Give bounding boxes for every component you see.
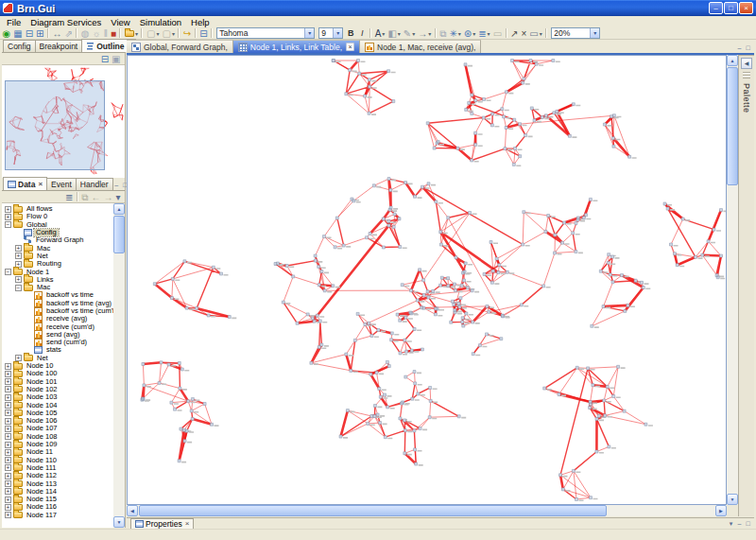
scrollbar-thumb[interactable] [113, 216, 125, 253]
arrow-style-icon[interactable]: →▾ [417, 27, 433, 39]
maximize-button[interactable]: □ [744, 519, 752, 529]
font-size-combo[interactable]: 9▾ [318, 27, 343, 39]
expander-icon[interactable]: + [15, 253, 22, 259]
font-color-icon[interactable]: A▾ [373, 27, 387, 39]
menu-simulation[interactable]: Simulation [135, 17, 186, 27]
stop-icon[interactable]: ■ [109, 27, 117, 39]
data-tab-handler[interactable]: Handler [76, 178, 113, 190]
minimize-button[interactable]: – [735, 519, 744, 529]
zoom-pointer-icon[interactable]: ↗ [509, 27, 520, 39]
overview-settings-icon[interactable]: ▣ [111, 53, 122, 64]
close-icon[interactable]: × [38, 181, 43, 188]
bold-button[interactable]: B [345, 28, 356, 38]
maximize-button[interactable]: □ [744, 44, 752, 53]
expander-icon[interactable]: + [5, 512, 11, 518]
expander-icon[interactable]: + [5, 480, 11, 487]
tree-item-forward-graph[interactable]: Forward Graph [2, 236, 125, 244]
scroll-up-icon[interactable]: ▲ [727, 55, 738, 66]
tree-item-node-105[interactable]: +Node 105 [2, 409, 125, 417]
fill-color-icon[interactable]: ◧▾ [387, 27, 402, 39]
dropdown-arrow-icon[interactable]: ▾ [333, 28, 342, 38]
data-table-icon[interactable]: ▦ [12, 27, 24, 39]
minimize-button[interactable]: – [112, 181, 121, 190]
collapse-all-icon[interactable]: ≣ [63, 191, 74, 202]
view-menu-icon[interactable]: ▾ [114, 191, 122, 202]
palette-flyout[interactable]: ◀ Palette [738, 55, 754, 516]
tree-item-node-110[interactable]: +Node 110 [2, 457, 125, 464]
flat-layout-icon[interactable]: ⊟ [24, 27, 34, 39]
tree-item-node-104[interactable]: +Node 104 [2, 401, 125, 409]
palette-expand-icon[interactable]: ◀ [741, 58, 752, 69]
tree-item-routing[interactable]: +Routing [2, 260, 125, 268]
menu-file[interactable]: File [2, 17, 26, 27]
tree-item-mac[interactable]: +Mac [2, 244, 125, 252]
navigate-icon[interactable]: ↪ [181, 27, 192, 39]
reroute-icon[interactable]: ⇗ [63, 27, 74, 39]
new-table-icon[interactable]: ▢▾ [161, 27, 176, 39]
expander-icon[interactable]: + [5, 464, 11, 471]
menu-diagram-services[interactable]: Diagram Services [26, 17, 106, 27]
open-folder-icon[interactable]: ▾ [123, 27, 139, 39]
compartment-icon[interactable]: ▭ [491, 27, 503, 39]
tree-item-node-101[interactable]: +Node 101 [2, 378, 125, 386]
tree-item-node-113[interactable]: +Node 113 [2, 479, 125, 487]
expander-icon[interactable]: + [5, 402, 11, 409]
tree-item-global[interactable]: −Global [2, 221, 125, 229]
properties-tab[interactable]: Properties × [130, 518, 194, 530]
connect-icon[interactable]: ◉ [1, 27, 12, 39]
data-tab-event[interactable]: Event [46, 178, 77, 190]
close-button[interactable]: × [739, 2, 753, 14]
minimize-button[interactable]: – [735, 44, 744, 53]
expander-icon[interactable]: + [5, 488, 11, 495]
scroll-right-icon[interactable]: ▶ [715, 505, 727, 516]
back-icon[interactable]: ← [90, 191, 102, 202]
outline-viewport-rect[interactable] [5, 80, 105, 170]
dropdown-arrow-icon[interactable]: ▾ [304, 28, 314, 38]
scrollbar-thumb[interactable] [727, 67, 738, 185]
title-bar[interactable]: Brn.Gui –□× [0, 0, 756, 16]
fit-width-icon[interactable]: ↔ [51, 27, 63, 39]
tree-item-node-106[interactable]: +Node 106 [2, 417, 125, 425]
tree-item-all-flows[interactable]: +All flows [2, 205, 125, 213]
close-icon[interactable]: × [346, 43, 354, 51]
scroll-down-icon[interactable]: ▼ [727, 494, 738, 505]
tree-item-send-cum-d[interactable]: send (cum'd) [2, 339, 125, 346]
marquee-zoom-icon[interactable]: × [520, 27, 528, 39]
expander-icon[interactable]: + [5, 426, 11, 432]
outline-tab-config[interactable]: Config [3, 40, 36, 52]
expander-icon[interactable]: + [5, 449, 11, 456]
expander-icon[interactable]: + [15, 245, 22, 252]
tree-item-stats[interactable]: stats [2, 346, 125, 354]
expander-icon[interactable]: − [5, 221, 11, 228]
expander-icon[interactable]: + [5, 394, 11, 401]
tree-item-node-102[interactable]: +Node 102 [2, 386, 125, 393]
tree-item-node-11[interactable]: +Node 11 [2, 448, 125, 456]
close-icon[interactable]: × [185, 520, 190, 528]
menu-help[interactable]: Help [186, 17, 215, 27]
expander-icon[interactable]: + [5, 214, 11, 220]
tree-item-node-107[interactable]: +Node 107 [2, 425, 125, 432]
tree-item-node-112[interactable]: +Node 112 [2, 472, 125, 479]
expander-icon[interactable]: + [5, 409, 11, 416]
expander-icon[interactable]: + [15, 276, 22, 283]
tree-item-node-108[interactable]: +Node 108 [2, 433, 125, 441]
expander-icon[interactable]: + [5, 457, 11, 463]
font-name-combo[interactable]: Tahoma▾ [216, 27, 315, 39]
expander-icon[interactable]: + [5, 504, 11, 511]
tree-item-node-114[interactable]: +Node 114 [2, 488, 125, 496]
tree-item-node-117[interactable]: +Node 117 [2, 512, 125, 519]
expander-icon[interactable]: + [5, 442, 11, 448]
forward-icon[interactable]: → [102, 191, 114, 202]
minimize-button[interactable]: – [709, 2, 723, 14]
tree-item-node-10[interactable]: +Node 10 [2, 362, 125, 370]
outline-tab-breakpoint[interactable]: Breakpoint [35, 40, 83, 52]
canvas-horizontal-scrollbar[interactable]: ◀ ▶ [127, 505, 727, 516]
line-color-icon[interactable]: ✎▾ [402, 27, 416, 39]
expander-icon[interactable]: + [5, 418, 11, 425]
network-graph[interactable] [128, 56, 726, 504]
tree-item-node-100[interactable]: +Node 100 [2, 370, 125, 377]
menu-view[interactable]: View [106, 17, 134, 27]
tree-item-net[interactable]: +Net [2, 253, 125, 260]
router-icon[interactable]: ⊛▾ [462, 27, 476, 39]
editor-tab-node-1-links-link-table[interactable]: Node 1, Links, Link Table,× [233, 40, 360, 53]
